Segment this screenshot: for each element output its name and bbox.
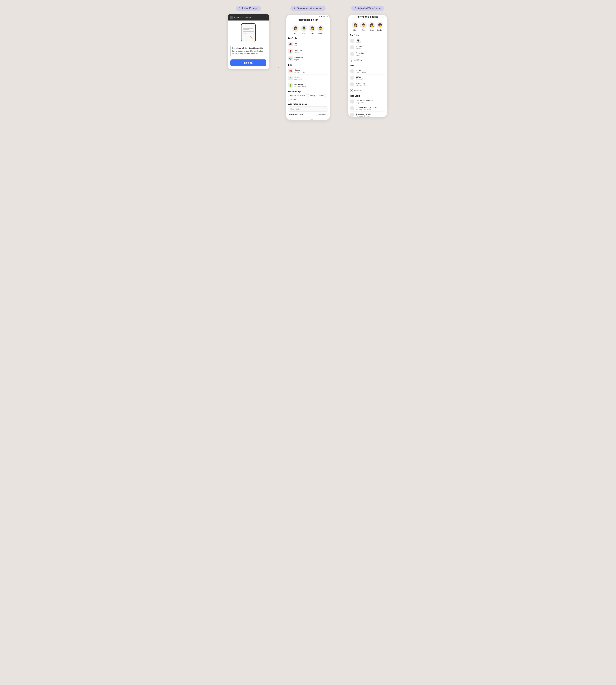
hats-name: Hats <box>294 42 300 44</box>
adj-gardening-sub: succulent plants <box>356 85 367 86</box>
adj-person-brother[interactable]: 🧒 Brother <box>377 22 383 31</box>
adj-mom-avatar: 👩 <box>352 22 358 29</box>
svg-rect-1 <box>232 17 232 17</box>
adj-coffee-sub: dark roast <box>356 78 363 80</box>
idea-orchestra: Orchestra Tickets Vancouver Orpheum <box>350 111 385 117</box>
app-titlebar: Wireframe Designer ✕ <box>228 14 269 21</box>
idea-earl-grey: Double Cream Earl Grey Neverland Tea Sal… <box>350 105 385 111</box>
adj-person-mom[interactable]: 👩 Mom <box>352 22 358 31</box>
chocolate-name: Chocolate <box>294 57 303 59</box>
idea-earl-grey-text: Double Cream Earl Grey Neverland Tea Sal… <box>356 106 377 110</box>
rel-friend[interactable]: Friend <box>317 94 326 97</box>
person-sister[interactable]: 👧 Sister <box>309 25 315 34</box>
gift-username-1: Username <box>292 119 300 120</box>
adj-phone-header: ‹ Intentional gift list <box>348 15 387 20</box>
time: 12:30 <box>324 16 328 17</box>
adj-coffee-circle <box>350 76 354 80</box>
person-brother[interactable]: 🧒 Brother <box>317 25 324 34</box>
gift-card-2-user: 👤 Username ★ <box>310 119 326 120</box>
hats-text: Hats too hot <box>294 42 300 46</box>
generated-phone-frame: ▼ ▲ ▮ 12:30 ‹ Intentional gift list 👩 Mo… <box>286 14 330 120</box>
battery-icon: ▮ <box>323 16 324 17</box>
back-arrow-icon[interactable]: ‹ <box>288 18 289 22</box>
phone-page-title: Intentional gift list <box>298 19 318 21</box>
gift-card-2: 👤 Username ★ "This coffee is life" - Joh… <box>309 117 328 120</box>
adj-coffee-text: Coffee dark roast <box>356 76 363 80</box>
chocolate-sub: vegan <box>294 59 303 61</box>
hats-icon: 🎩 <box>288 42 293 46</box>
column-1: 1. Initial Prompt Wireframe Designer ✕ <box>227 6 270 69</box>
idea-paris-circle <box>350 100 354 104</box>
step3-badge: 3. Adjusted Wireframe <box>351 6 384 11</box>
relationship-row: Spouse Parent Sibling Friend Coworker <box>288 94 328 101</box>
rel-sibling[interactable]: Sibling <box>308 94 317 97</box>
person-mom[interactable]: 👩 Mom <box>292 25 299 34</box>
gift-stars-2: ★ <box>322 119 324 120</box>
step2-badge: 2. Generated Wireframe <box>290 6 325 11</box>
chocolate-text: Chocolate vegan <box>294 57 303 61</box>
gifts-cards-row: 👤 Username ★★★★★ "The best book for myst… <box>288 117 328 120</box>
see-more-button[interactable]: See more > <box>316 113 328 116</box>
pref-perfume: 🌹 Perfume allergic <box>288 48 328 55</box>
adj-books-text: Books mystery novels <box>356 69 367 73</box>
rel-coworker[interactable]: Coworker <box>288 98 299 101</box>
like-title: Like <box>288 64 328 66</box>
pref-hats: 🎩 Hats too hot <box>288 41 328 48</box>
arrow-2: → <box>336 65 340 70</box>
adj-person-sister[interactable]: 👧 Sister <box>368 22 375 31</box>
rel-parent[interactable]: Parent <box>299 94 307 97</box>
idea-paris-name: The Paris Apartment <box>356 100 373 102</box>
app-body: ✏️ Intentional gift list - link gifts sp… <box>228 21 269 69</box>
person-dad[interactable]: 👨 Dad <box>301 25 307 34</box>
adjusted-phone-frame: ‹ Intentional gift list 👩 Mom 👨 Dad 👧 <box>348 14 388 117</box>
adj-coffee-name: Coffee <box>356 76 363 78</box>
idea-orchestra-sub: Vancouver Orpheum <box>356 115 371 117</box>
dad-name: Dad <box>302 32 305 34</box>
design-button[interactable]: Design <box>230 60 266 66</box>
people-row: 👩 Mom 👨 Dad 👧 Sister 🧒 Brother <box>288 23 328 36</box>
adj-books: Books mystery novels <box>350 68 385 74</box>
adj-brother-name: Brother <box>377 29 383 31</box>
status-bar: ▼ ▲ ▮ 12:30 <box>286 15 330 18</box>
adj-like-add-new[interactable]: + Add New <box>350 88 385 93</box>
perfume-sub: allergic <box>294 52 302 53</box>
idea-earl-grey-sub: Neverland Tea Salon <box>356 108 377 110</box>
adj-person-dad[interactable]: 👨 Dad <box>360 22 367 31</box>
top-gifts-title: Top Rated Gifts <box>288 113 303 116</box>
mom-avatar: 👩 <box>292 25 299 32</box>
chocolate-icon: 🍫 <box>288 56 293 61</box>
brother-avatar: 🧒 <box>317 25 324 32</box>
add-new-label-like: Add New <box>354 89 362 92</box>
adj-chocolate: Chocolate vegan <box>350 51 385 58</box>
rel-spouse[interactable]: Spouse <box>288 94 298 97</box>
plus-icon-like: + <box>350 89 353 92</box>
idea-orchestra-circle <box>350 113 354 117</box>
adj-back-arrow-icon[interactable]: ‹ <box>350 15 351 18</box>
adj-chocolate-circle <box>350 52 354 56</box>
relationship-title: Relationship <box>288 90 328 93</box>
screen-line-4 <box>243 32 247 34</box>
adj-dad-avatar: 👨 <box>360 22 367 29</box>
screen-line-1 <box>243 28 254 29</box>
prompt-textarea[interactable]: Intentional gift list - link gifts speci… <box>230 45 266 57</box>
adj-hats-name: Hats <box>356 39 361 41</box>
books-sub: mystery novels <box>294 71 305 73</box>
adj-dont-like-add-new[interactable]: + Add New <box>350 58 385 63</box>
close-icon[interactable]: ✕ <box>265 16 267 19</box>
adj-hats-text: Hats too hot <box>356 39 361 43</box>
coffee-sub: dark roast <box>294 78 302 80</box>
adj-chocolate-sub: vegan <box>356 54 364 56</box>
sister-name: Sister <box>310 32 314 34</box>
idea-orchestra-name: Orchestra Tickets <box>356 113 371 115</box>
adj-like-title: Like <box>350 64 385 67</box>
adj-brother-avatar: 🧒 <box>377 22 383 29</box>
mom-name: Mom <box>294 32 298 34</box>
adj-perfume-name: Perfume <box>356 45 363 48</box>
books-icon: 📚 <box>288 68 293 73</box>
notes-input[interactable]: Please Enter <box>288 106 328 112</box>
perfume-icon: 🌹 <box>288 49 293 54</box>
gardening-name: Gardening <box>294 83 306 86</box>
adj-hats-sub: too hot <box>356 41 361 43</box>
plus-icon-dont-like: + <box>350 59 353 62</box>
column-3: 3. Adjusted Wireframe ‹ Intentional gift… <box>346 6 389 117</box>
